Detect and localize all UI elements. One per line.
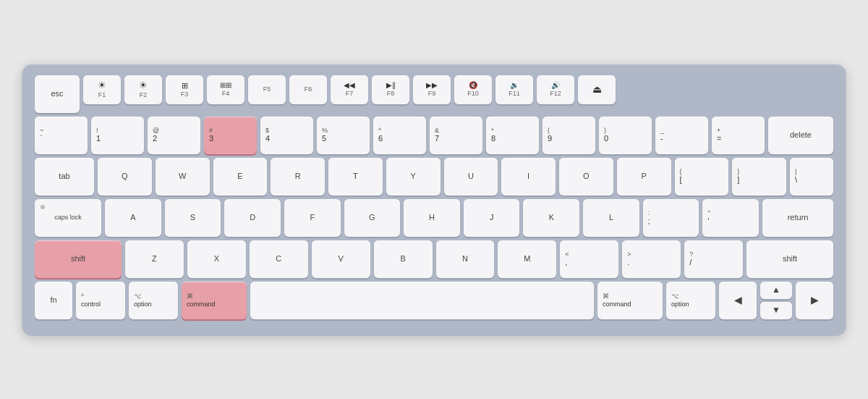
key-esc[interactable]: esc [35,75,80,113]
key-tab[interactable]: tab [35,158,94,196]
key-f3[interactable]: ⊞ F3 [166,75,203,104]
key-slash[interactable]: ? / [684,240,743,278]
key-fn[interactable]: fn [35,282,72,319]
key-arrow-up[interactable]: ▲ [760,282,792,299]
key-minus[interactable]: _ - [655,117,708,154]
key-5[interactable]: % 5 [317,117,370,154]
key-capslock[interactable]: caps lock [35,199,101,237]
zxcv-row: shift Z X C V B N M < , > . ? / shift [35,240,833,278]
key-control[interactable]: ^ control [76,282,125,319]
key-quote[interactable]: " ' [702,199,759,237]
asdf-row: caps lock A S D F G H J K L : ; " ' retu… [35,199,833,237]
key-1[interactable]: ! 1 [91,117,144,154]
key-f2[interactable]: ☀ F2 [124,75,162,104]
key-z[interactable]: Z [125,240,184,278]
key-f6[interactable]: F6 [289,75,327,104]
key-equals[interactable]: + = [712,117,765,154]
key-f7[interactable]: ◀◀ F7 [331,75,368,104]
key-g[interactable]: G [344,199,401,237]
key-n[interactable]: N [436,240,495,278]
key-return[interactable]: return [762,199,833,237]
key-s[interactable]: S [165,199,221,237]
key-h[interactable]: H [404,199,460,237]
key-f1[interactable]: ☀ F1 [83,75,121,104]
key-command-right[interactable]: ⌘ command [597,282,663,319]
key-w[interactable]: W [156,158,210,196]
key-7[interactable]: & 7 [430,117,482,154]
key-b[interactable]: B [374,240,433,278]
bottom-row: fn ^ control ⌥ option ⌘ command ⌘ comman… [35,282,833,319]
key-comma[interactable]: < , [560,240,618,278]
key-f8[interactable]: ▶∥ F8 [372,75,409,104]
key-6[interactable]: ^ 6 [373,117,426,154]
key-semicolon[interactable]: : ; [643,199,699,237]
key-o[interactable]: O [559,158,613,196]
key-space[interactable] [250,282,594,319]
key-m[interactable]: M [498,240,556,278]
key-shift-right[interactable]: shift [746,240,833,278]
key-3[interactable]: # 3 [204,117,257,154]
key-f[interactable]: F [284,199,341,237]
key-t[interactable]: T [328,158,383,196]
key-option-left[interactable]: ⌥ option [129,282,178,319]
key-f11[interactable]: 🔉 F11 [495,75,533,104]
key-option-right[interactable]: ⌥ option [666,282,715,319]
key-9[interactable]: ( 9 [542,117,595,154]
key-k[interactable]: K [523,199,579,237]
key-shift-left[interactable]: shift [35,240,122,278]
key-8[interactable]: * 8 [486,117,539,154]
key-y[interactable]: Y [386,158,441,196]
keyboard: esc ☀ F1 ☀ F2 ⊞ F3 ⊞⊞ F4 F5 F6 ◀◀ F7 ▶∥ [22,64,846,336]
key-e[interactable]: E [213,158,268,196]
key-lbracket[interactable]: { [ [675,158,729,196]
key-rbracket[interactable]: } ] [732,158,786,196]
key-f4[interactable]: ⊞⊞ F4 [207,75,244,104]
key-q[interactable]: Q [98,158,152,196]
key-period[interactable]: > . [622,240,681,278]
key-a[interactable]: A [105,199,161,237]
key-2[interactable]: @ 2 [148,117,200,154]
key-delete[interactable]: delete [768,117,833,154]
key-c[interactable]: C [250,240,308,278]
key-backslash[interactable]: | \ [790,158,833,196]
qwerty-row: tab Q W E R T Y U I O P { [ } ] | \ [35,158,833,196]
key-f10[interactable]: 🔇 F10 [454,75,492,104]
key-l[interactable]: L [583,199,639,237]
key-4[interactable]: $ 4 [260,117,313,154]
key-arrow-left[interactable]: ◀ [719,282,757,319]
capslock-indicator [41,205,45,209]
fn-row: esc ☀ F1 ☀ F2 ⊞ F3 ⊞⊞ F4 F5 F6 ◀◀ F7 ▶∥ [35,75,833,113]
key-arrow-down[interactable]: ▼ [760,302,792,319]
key-v[interactable]: V [312,240,370,278]
key-x[interactable]: X [187,240,246,278]
key-backtick[interactable]: ~ ` [35,117,88,154]
key-0[interactable]: ) 0 [599,117,652,154]
key-eject[interactable]: ⏏ [578,75,616,104]
key-i[interactable]: I [501,158,556,196]
key-r[interactable]: R [271,158,325,196]
key-f12[interactable]: 🔊 F12 [537,75,574,104]
key-arrow-right[interactable]: ▶ [796,282,833,319]
arrow-up-down-stack: ▲ ▼ [760,282,792,319]
key-f5[interactable]: F5 [248,75,286,104]
key-f9[interactable]: ▶▶ F9 [413,75,451,104]
key-d[interactable]: D [224,199,281,237]
key-command-left[interactable]: ⌘ command [182,282,247,319]
key-j[interactable]: J [464,199,520,237]
number-row: ~ ` ! 1 @ 2 # 3 $ 4 % 5 ^ 6 & 7 [35,117,833,154]
key-p[interactable]: P [617,158,671,196]
key-u[interactable]: U [444,158,498,196]
